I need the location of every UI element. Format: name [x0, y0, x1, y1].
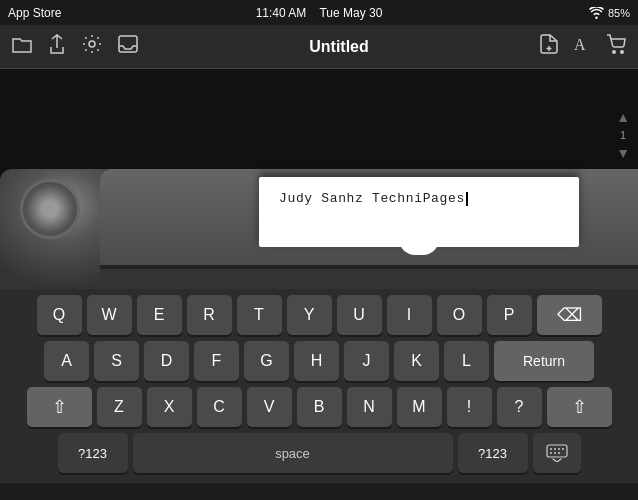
- key-numeric-right[interactable]: ?123: [458, 433, 528, 473]
- status-time: 11:40 AM Tue May 30: [256, 6, 383, 20]
- svg-point-0: [89, 41, 95, 47]
- key-b[interactable]: B: [297, 387, 342, 427]
- toolbar-left: [12, 34, 138, 59]
- key-d[interactable]: D: [144, 341, 189, 381]
- key-question[interactable]: ?: [497, 387, 542, 427]
- toolbar-right: A: [540, 34, 626, 59]
- keyboard: Q W E R T Y U I O P ⌫ A S D F G H J K L …: [0, 289, 638, 483]
- key-t[interactable]: T: [237, 295, 282, 335]
- battery-label: 85%: [608, 7, 630, 19]
- key-e[interactable]: E: [137, 295, 182, 335]
- key-f[interactable]: F: [194, 341, 239, 381]
- key-h[interactable]: H: [294, 341, 339, 381]
- key-c[interactable]: C: [197, 387, 242, 427]
- key-q[interactable]: Q: [37, 295, 82, 335]
- gear-icon[interactable]: [82, 34, 102, 59]
- svg-rect-7: [547, 445, 567, 457]
- key-shift-left[interactable]: ⇧: [27, 387, 92, 427]
- key-p[interactable]: P: [487, 295, 532, 335]
- typewriter-graphic: Judy Sanhz TechniPages: [0, 69, 638, 289]
- key-w[interactable]: W: [87, 295, 132, 335]
- key-j[interactable]: J: [344, 341, 389, 381]
- cart-icon[interactable]: [606, 34, 626, 59]
- status-right: 85%: [589, 7, 630, 19]
- key-g[interactable]: G: [244, 341, 289, 381]
- carrier-label: App Store: [8, 6, 61, 20]
- main-content-area[interactable]: ▲ 1 ▼ Judy Sanhz TechniPages: [0, 69, 638, 289]
- key-shift-right[interactable]: ⇧: [547, 387, 612, 427]
- wifi-icon: [589, 7, 604, 19]
- document-content: Judy Sanhz TechniPages: [279, 191, 559, 206]
- key-l[interactable]: L: [444, 341, 489, 381]
- key-v[interactable]: V: [247, 387, 292, 427]
- key-keyboard-hide[interactable]: [533, 433, 581, 473]
- inbox-icon[interactable]: [118, 35, 138, 58]
- key-u[interactable]: U: [337, 295, 382, 335]
- svg-point-5: [613, 51, 615, 53]
- keyboard-row-3: ⇧ Z X C V B N M ! ? ⇧: [3, 387, 635, 427]
- key-space[interactable]: space: [133, 433, 453, 473]
- key-m[interactable]: M: [397, 387, 442, 427]
- key-backspace[interactable]: ⌫: [537, 295, 602, 335]
- keyboard-row-1: Q W E R T Y U I O P ⌫: [3, 295, 635, 335]
- key-r[interactable]: R: [187, 295, 232, 335]
- key-n[interactable]: N: [347, 387, 392, 427]
- key-exclamation[interactable]: !: [447, 387, 492, 427]
- toolbar: Untitled A: [0, 25, 638, 69]
- key-x[interactable]: X: [147, 387, 192, 427]
- share-icon[interactable]: [48, 34, 66, 59]
- document-title: Untitled: [309, 38, 369, 56]
- document-paper[interactable]: Judy Sanhz TechniPages: [259, 177, 579, 247]
- typewriter-body: Judy Sanhz TechniPages: [100, 169, 638, 289]
- key-o[interactable]: O: [437, 295, 482, 335]
- key-y[interactable]: Y: [287, 295, 332, 335]
- key-a[interactable]: A: [44, 341, 89, 381]
- status-bar: App Store 11:40 AM Tue May 30 85%: [0, 0, 638, 25]
- keyboard-row-2: A S D F G H J K L Return: [3, 341, 635, 381]
- new-doc-icon[interactable]: [540, 34, 558, 59]
- svg-point-6: [621, 51, 623, 53]
- key-numeric-left[interactable]: ?123: [58, 433, 128, 473]
- keyboard-row-4: ?123 space ?123: [3, 433, 635, 473]
- font-icon[interactable]: A: [572, 34, 592, 59]
- status-left: App Store: [8, 6, 61, 20]
- key-s[interactable]: S: [94, 341, 139, 381]
- key-return[interactable]: Return: [494, 341, 594, 381]
- key-z[interactable]: Z: [97, 387, 142, 427]
- key-k[interactable]: K: [394, 341, 439, 381]
- svg-text:A: A: [574, 36, 586, 53]
- folder-icon[interactable]: [12, 35, 32, 58]
- key-i[interactable]: I: [387, 295, 432, 335]
